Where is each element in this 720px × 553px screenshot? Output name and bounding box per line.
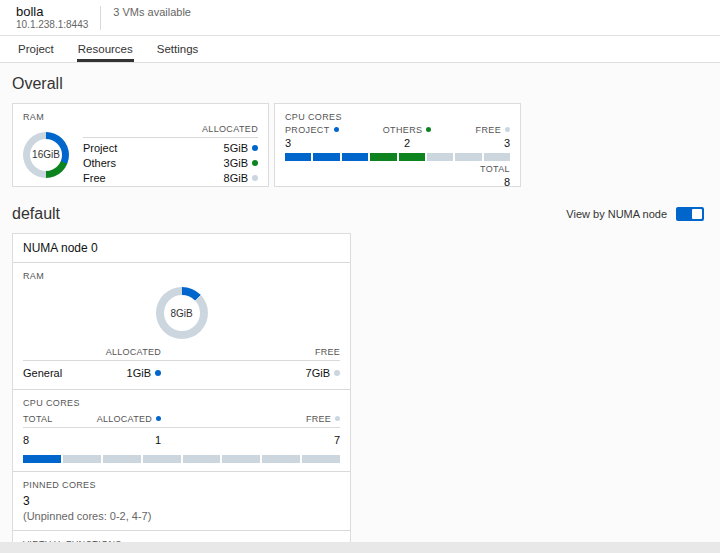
overall-ram-card: RAM 16GiB ALLOCATED Project 5GiB Others	[12, 103, 269, 187]
ram-row-allocated: 1GiB	[93, 367, 161, 379]
overall-cpu-card: CPU CORES PROJECT 3 OTHERS 2 FREE 3	[274, 103, 521, 187]
ram-card-body: 16GiB ALLOCATED Project 5GiB Others 3GiB	[23, 124, 258, 185]
numa-ram-donut-chart: 8GiB	[156, 287, 208, 339]
ram-row-free: 7GiB	[161, 367, 340, 379]
bottom-scroll-strip	[0, 542, 720, 553]
numa-cpu-table-header: TOTAL ALLOCATED FREE	[23, 414, 340, 428]
free-dot-icon	[334, 370, 340, 376]
server-info: bolla 10.1.238.1:8443	[16, 4, 88, 32]
cpu-total-block: TOTAL 8	[285, 164, 510, 188]
others-cores-value: 2	[383, 137, 432, 149]
numa-cpu-label: CPU CORES	[23, 398, 340, 408]
numa-toggle-label: View by NUMA node	[566, 208, 667, 220]
cpu-total-label: TOTAL	[285, 164, 510, 174]
cpu-free-header: FREE	[161, 414, 340, 424]
ram-label: RAM	[23, 112, 258, 122]
numa-ram-section: RAM 8GiB ALLOCATED FREE General 1GiB 7Gi…	[13, 263, 350, 389]
cpu-cores-label: CPU CORES	[285, 112, 510, 122]
cpu-usage-bar	[285, 153, 510, 161]
ram-allocated-header: ALLOCATED	[83, 124, 258, 138]
project-cores-value: 3	[285, 137, 339, 149]
cpu-stats-row: PROJECT 3 OTHERS 2 FREE 3	[285, 125, 510, 149]
legend-value: 8GiB	[224, 172, 258, 184]
free-dot-icon	[252, 175, 258, 181]
numa-ram-allocated-header: ALLOCATED	[93, 347, 161, 357]
others-dot-icon	[426, 127, 431, 132]
default-project-title: default	[12, 205, 60, 223]
ram-total-value: 16GiB	[32, 149, 60, 160]
numa-ram-table-header: ALLOCATED FREE	[23, 347, 340, 361]
numa-cpu-values-row: 8 1 7	[23, 432, 340, 448]
server-address: 10.1.238.1:8443	[16, 19, 88, 31]
cpu-total-value: 8	[285, 176, 510, 188]
ram-row-name: General	[23, 367, 93, 379]
legend-name: Free	[83, 172, 106, 184]
numa-ram-free-header: FREE	[161, 347, 340, 357]
free-cores-stat: FREE 3	[476, 125, 510, 149]
free-dot-icon	[335, 416, 340, 421]
numa-cpu-usage-bar	[23, 455, 340, 463]
overall-section-title: Overall	[12, 75, 704, 93]
project-cores-stat: PROJECT 3	[285, 125, 339, 149]
lxd-server-resources-page: bolla 10.1.238.1:8443 3 VMs available Pr…	[0, 0, 720, 553]
free-cores-value: 3	[476, 137, 510, 149]
resources-content: Overall RAM 16GiB ALLOCATED Project 5GiB	[0, 63, 720, 553]
ram-legend: ALLOCATED Project 5GiB Others 3GiB Free …	[83, 124, 258, 185]
others-dot-icon	[252, 160, 258, 166]
unpinned-cores-note: (Unpinned cores: 0-2, 4-7)	[23, 510, 340, 522]
header-divider	[100, 6, 101, 30]
default-section-header: default View by NUMA node	[12, 205, 704, 223]
vms-available-label: 3 VMs available	[113, 6, 191, 18]
tab-project[interactable]: Project	[17, 43, 55, 62]
others-cores-stat: OTHERS 2	[383, 125, 432, 149]
tab-settings[interactable]: Settings	[156, 43, 200, 62]
cpu-total-header: TOTAL	[23, 414, 93, 424]
project-dot-icon	[334, 127, 339, 132]
pinned-cores-value: 3	[23, 494, 340, 508]
ram-donut-chart: 16GiB	[23, 132, 69, 178]
cpu-allocated-header: ALLOCATED	[93, 414, 161, 424]
server-name: bolla	[16, 4, 88, 20]
project-dot-icon	[252, 145, 258, 151]
legend-value: 3GiB	[224, 157, 258, 169]
cpu-allocated-value: 1	[93, 434, 161, 446]
numa-pinned-section: PINNED CORES 3 (Unpinned cores: 0-2, 4-7…	[13, 471, 350, 530]
numa-cpu-section: CPU CORES TOTAL ALLOCATED FREE 8 1 7	[13, 389, 350, 471]
legend-value: 5GiB	[224, 142, 258, 154]
numa-node-card: NUMA node 0 RAM 8GiB ALLOCATED FREE Gene…	[12, 233, 351, 553]
ram-legend-row-free: Free 8GiB	[83, 170, 258, 185]
tab-resources[interactable]: Resources	[77, 43, 134, 62]
legend-name: Project	[83, 142, 117, 154]
server-header: bolla 10.1.238.1:8443 3 VMs available	[0, 0, 720, 36]
pinned-cores-label: PINNED CORES	[23, 480, 340, 490]
free-dot-icon	[505, 127, 510, 132]
ram-legend-row-project: Project 5GiB	[83, 140, 258, 155]
numa-node-title: NUMA node 0	[13, 234, 350, 263]
ram-legend-row-others: Others 3GiB	[83, 155, 258, 170]
cpu-total-value: 8	[23, 434, 93, 446]
overall-cards-row: RAM 16GiB ALLOCATED Project 5GiB Others	[12, 103, 704, 187]
numa-toggle-switch-icon[interactable]	[676, 207, 704, 221]
numa-toggle[interactable]: View by NUMA node	[566, 207, 704, 221]
tab-bar: Project Resources Settings	[0, 36, 720, 63]
cpu-free-value: 7	[161, 434, 340, 446]
numa-ram-label: RAM	[23, 271, 340, 281]
numa-ram-total-value: 8GiB	[170, 308, 192, 319]
numa-ram-general-row: General 1GiB 7GiB	[23, 365, 340, 381]
legend-name: Others	[83, 157, 116, 169]
